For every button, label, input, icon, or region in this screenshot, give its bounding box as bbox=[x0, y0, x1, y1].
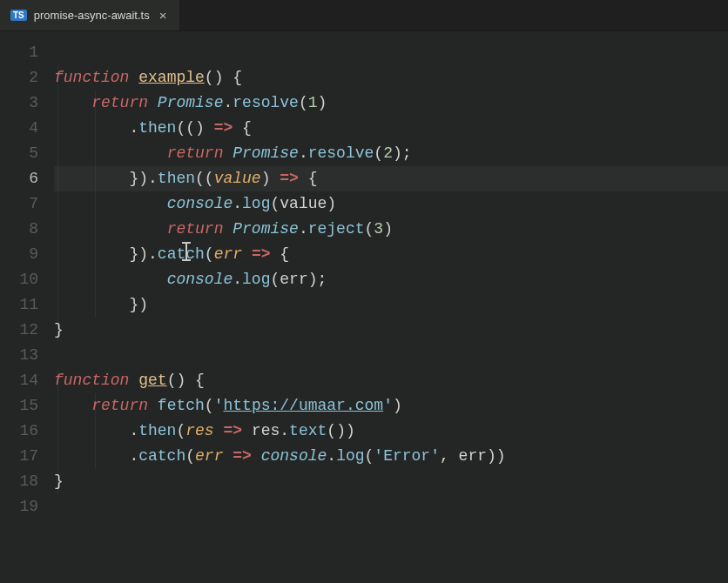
code-line[interactable]: .catch(err => console.log('Error', err)) bbox=[54, 444, 728, 469]
code-line[interactable]: return Promise.resolve(1) bbox=[54, 90, 728, 116]
line-number: 8 bbox=[0, 217, 54, 242]
code-line[interactable]: }) bbox=[54, 292, 728, 318]
line-number: 17 bbox=[0, 444, 54, 469]
line-number: 3 bbox=[0, 90, 54, 116]
tab-filename: promise-async-await.ts bbox=[34, 9, 150, 22]
line-number: 4 bbox=[0, 116, 54, 141]
line-number: 12 bbox=[0, 318, 54, 343]
code-line[interactable]: } bbox=[54, 318, 728, 343]
code-line[interactable]: console.log(value) bbox=[54, 191, 728, 217]
code-line[interactable]: return fetch('https://umaar.com') bbox=[54, 393, 728, 419]
code-line[interactable]: function example() { bbox=[54, 65, 728, 90]
line-number: 19 bbox=[0, 494, 54, 519]
code-line[interactable]: return Promise.resolve(2); bbox=[54, 141, 728, 166]
line-number: 16 bbox=[0, 419, 54, 444]
line-number: 10 bbox=[0, 267, 54, 292]
editor-tab[interactable]: TS promise-async-await.ts × bbox=[0, 0, 179, 30]
line-number: 11 bbox=[0, 292, 54, 318]
code-line[interactable] bbox=[54, 40, 728, 65]
code-line[interactable]: .then(() => { bbox=[54, 116, 728, 141]
code-line[interactable]: }).then((value) => { bbox=[54, 166, 728, 191]
code-line[interactable] bbox=[54, 343, 728, 368]
code-line[interactable]: console.log(err); bbox=[54, 267, 728, 292]
close-icon[interactable]: × bbox=[157, 8, 170, 23]
line-number: 6 bbox=[0, 166, 54, 191]
code-line[interactable]: } bbox=[54, 469, 728, 494]
line-number: 2 bbox=[0, 65, 54, 90]
code-area[interactable]: function example() { return Promise.reso… bbox=[54, 31, 728, 583]
line-number: 13 bbox=[0, 343, 54, 368]
line-number: 7 bbox=[0, 191, 54, 217]
line-number: 14 bbox=[0, 368, 54, 393]
line-number: 1 bbox=[0, 40, 54, 65]
line-number-gutter: 12345678910111213141516171819 bbox=[0, 31, 54, 583]
code-line[interactable] bbox=[54, 494, 728, 519]
line-number: 9 bbox=[0, 242, 54, 267]
code-line[interactable]: .then(res => res.text()) bbox=[54, 419, 728, 444]
line-number: 18 bbox=[0, 469, 54, 494]
tab-bar: TS promise-async-await.ts × bbox=[0, 0, 728, 31]
editor[interactable]: 12345678910111213141516171819 function e… bbox=[0, 31, 728, 583]
code-line[interactable]: function get() { bbox=[54, 368, 728, 393]
line-number: 15 bbox=[0, 393, 54, 419]
code-line[interactable]: return Promise.reject(3) bbox=[54, 217, 728, 242]
typescript-icon: TS bbox=[10, 10, 27, 21]
line-number: 5 bbox=[0, 141, 54, 166]
code-line[interactable]: }).catch(err => { bbox=[54, 242, 728, 267]
